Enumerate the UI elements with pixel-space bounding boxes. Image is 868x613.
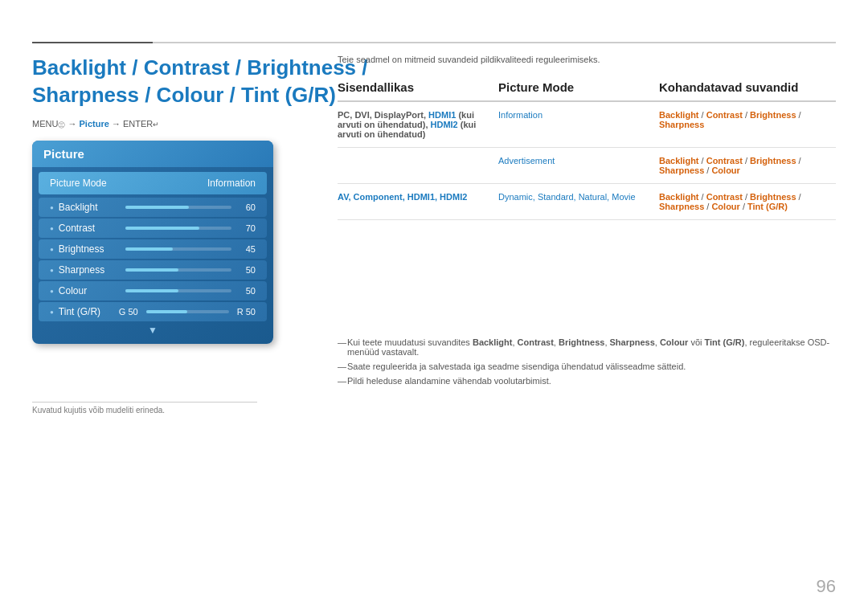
brightness-dot: ● — [50, 246, 54, 253]
main-title: Backlight / Contrast / Brightness / Shar… — [32, 55, 368, 109]
tint-r-value: R 50 — [237, 307, 256, 317]
sharpness-label: Sharpness — [59, 264, 119, 276]
contrast-value: 70 — [238, 223, 256, 233]
title-line2: Sharpness / Colour / Tint (G/R) — [32, 83, 336, 107]
scroll-down-indicator: ▼ — [32, 325, 273, 336]
mode-cell-3: Dynamic, Standard, Natural, Movie — [498, 184, 659, 220]
brightness-track — [125, 247, 231, 251]
source-cell-1: PC, DVI, DisplayPort, HDMI1 (kui arvuti … — [338, 101, 498, 148]
col-header-options: Kohandatavad suvandid — [659, 76, 836, 101]
backlight-fill — [125, 206, 189, 209]
bottom-notes: Kui teete muudatusi suvandites Backlight… — [338, 337, 836, 390]
options-cell-2: Backlight / Contrast / Brightness / Shar… — [659, 148, 836, 184]
backlight-track — [125, 206, 231, 209]
colour-label: Colour — [59, 285, 119, 296]
contrast-track — [125, 227, 231, 230]
col-header-source: Sisendallikas — [338, 76, 498, 101]
tint-track — [146, 310, 229, 313]
contrast-row[interactable]: ● Contrast 70 — [39, 219, 267, 238]
menu-label: MENU — [32, 119, 58, 129]
options-cell-1: Backlight / Contrast / Brightness / Shar… — [659, 101, 836, 148]
mode-cell-1: Information — [498, 101, 659, 148]
info-table: Sisendallikas Picture Mode Kohandatavad … — [338, 76, 836, 220]
colour-dot: ● — [50, 288, 54, 295]
picture-link: Picture — [80, 119, 109, 129]
panel-note: Kuvatud kujutis võib mudeliti erineda. — [32, 402, 257, 415]
picture-mode-row[interactable]: Picture Mode Information — [39, 172, 267, 194]
source-cell-3: AV, Component, HDMI1, HDMI2 — [338, 184, 498, 220]
page-number: 96 — [817, 576, 836, 597]
bottom-note-1: Kui teete muudatusi suvandites Backlight… — [338, 337, 836, 357]
brightness-row[interactable]: ● Brightness 45 — [39, 239, 267, 259]
contrast-label: Contrast — [59, 223, 119, 234]
table-row: AV, Component, HDMI1, HDMI2 Dynamic, Sta… — [338, 184, 836, 220]
sharpness-track — [125, 268, 231, 272]
colour-fill — [125, 289, 178, 292]
picture-mode-label: Picture Mode — [50, 178, 107, 189]
options-cell-3: Backlight / Contrast / Brightness / Shar… — [659, 184, 836, 220]
backlight-value: 60 — [238, 202, 256, 212]
tint-g-value: G 50 — [119, 307, 138, 317]
tint-fill — [146, 310, 188, 313]
picture-mode-value: Information — [207, 178, 256, 189]
source-cell-2 — [338, 148, 498, 184]
table-row: PC, DVI, DisplayPort, HDMI1 (kui arvuti … — [338, 101, 836, 148]
backlight-label: Backlight — [59, 202, 119, 213]
sharpness-row[interactable]: ● Sharpness 50 — [39, 260, 267, 280]
sharpness-dot: ● — [50, 267, 54, 274]
intro-text: Teie seadmel on mitmeid suvandeid pildik… — [338, 55, 836, 64]
backlight-row[interactable]: ● Backlight 60 — [39, 198, 267, 217]
colour-track — [125, 289, 231, 292]
brightness-label: Brightness — [59, 243, 119, 255]
bottom-note-2: Saate reguleerida ja salvestada iga sead… — [338, 362, 836, 371]
colour-row[interactable]: ● Colour 50 — [39, 281, 267, 300]
contrast-fill — [125, 227, 200, 230]
picture-panel: Picture Picture Mode Information ● Backl… — [32, 141, 273, 344]
brightness-fill — [125, 247, 173, 251]
bottom-note-3: Pildi heleduse alandamine vähendab voolu… — [338, 376, 836, 386]
col-header-mode: Picture Mode — [498, 76, 659, 101]
backlight-dot: ● — [50, 204, 54, 211]
top-line-accent — [32, 42, 153, 43]
sharpness-value: 50 — [238, 265, 256, 275]
menu-path: MENU㊂ → Picture → ENTER↵ — [32, 119, 159, 130]
sharpness-fill — [125, 268, 178, 272]
colour-value: 50 — [238, 286, 256, 296]
table-row: Advertisement Backlight / Contrast / Bri… — [338, 148, 836, 184]
mode-cell-2: Advertisement — [498, 148, 659, 184]
tint-dot: ● — [50, 309, 54, 316]
tint-row[interactable]: ● Tint (G/R) G 50 R 50 — [39, 302, 267, 321]
contrast-dot: ● — [50, 225, 54, 232]
enter-label: ENTER — [123, 119, 153, 129]
panel-header: Picture — [32, 141, 273, 167]
arrow1: → — [68, 119, 79, 129]
tint-label: Tint (G/R) — [59, 306, 119, 317]
top-line — [32, 42, 836, 43]
brightness-value: 45 — [238, 244, 256, 254]
title-line1: Backlight / Contrast / Brightness / — [32, 55, 368, 80]
right-content: Teie seadmel on mitmeid suvandeid pildik… — [338, 55, 836, 220]
arrow2: → — [112, 119, 123, 129]
